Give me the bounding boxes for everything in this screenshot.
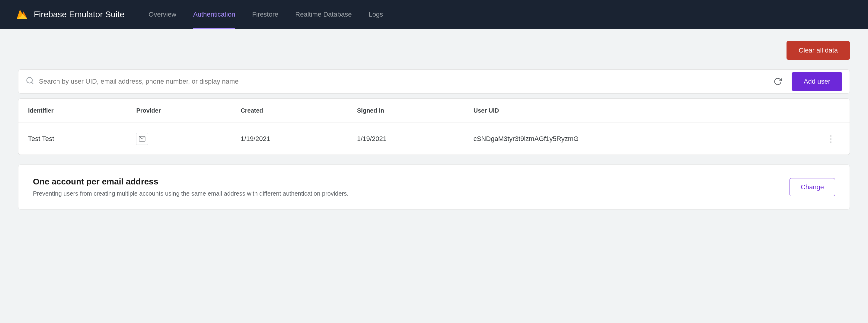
nav-item-firestore[interactable]: Firestore: [245, 0, 285, 29]
col-header-signed-in: Signed In: [347, 99, 464, 123]
col-header-provider: Provider: [126, 99, 231, 123]
cell-signed-in: 1/19/2021: [347, 123, 464, 155]
col-header-actions: [760, 99, 849, 123]
cell-user-uid: cSNDgaM3tyr3t9lzmAGf1y5RyzmG: [464, 123, 761, 155]
main-nav: Overview Authentication Firestore Realti…: [141, 0, 390, 29]
logo-text: Firebase Emulator Suite: [34, 10, 124, 19]
email-provider-icon: [136, 133, 148, 145]
nav-item-logs[interactable]: Logs: [361, 0, 390, 29]
info-card-description: Preventing users from creating multiple …: [33, 190, 349, 197]
search-bar-container: Add user: [18, 69, 850, 94]
col-header-identifier: Identifier: [19, 99, 126, 123]
cell-created: 1/19/2021: [231, 123, 347, 155]
header: Firebase Emulator Suite Overview Authent…: [0, 0, 868, 29]
cell-identifier: Test Test: [19, 123, 126, 155]
search-input[interactable]: [39, 78, 771, 85]
nav-item-realtime-database[interactable]: Realtime Database: [288, 0, 359, 29]
users-table-container: Identifier Provider Created Signed In Us…: [18, 98, 850, 155]
firebase-logo-icon: [14, 7, 29, 22]
svg-line-1: [31, 82, 33, 84]
search-actions: Add user: [771, 72, 842, 91]
users-table: Identifier Provider Created Signed In Us…: [19, 99, 849, 154]
cell-provider: [126, 123, 231, 155]
nav-item-authentication[interactable]: Authentication: [186, 0, 242, 29]
refresh-button[interactable]: [771, 75, 784, 88]
clear-all-button[interactable]: Clear all data: [786, 41, 850, 60]
nav-item-overview[interactable]: Overview: [141, 0, 184, 29]
top-actions: Clear all data: [18, 41, 850, 60]
info-card-title: One account per email address: [33, 177, 349, 186]
table-row: Test Test 1/19/2021 1/19/2021 cSNDgaM3ty…: [19, 123, 849, 155]
col-header-created: Created: [231, 99, 347, 123]
info-card-content: One account per email address Preventing…: [33, 177, 349, 197]
search-icon: [26, 77, 34, 87]
add-user-button[interactable]: Add user: [792, 72, 842, 91]
main-content: Clear all data Add user Identifi: [0, 29, 868, 222]
change-button[interactable]: Change: [789, 178, 835, 196]
table-header: Identifier Provider Created Signed In Us…: [19, 99, 849, 123]
col-header-user-uid: User UID: [464, 99, 761, 123]
info-card: One account per email address Preventing…: [18, 165, 850, 209]
cell-row-actions: ⋮: [760, 123, 849, 155]
logo-area: Firebase Emulator Suite: [14, 7, 124, 22]
table-body: Test Test 1/19/2021 1/19/2021 cSNDgaM3ty…: [19, 123, 849, 155]
row-more-button[interactable]: ⋮: [822, 131, 840, 146]
